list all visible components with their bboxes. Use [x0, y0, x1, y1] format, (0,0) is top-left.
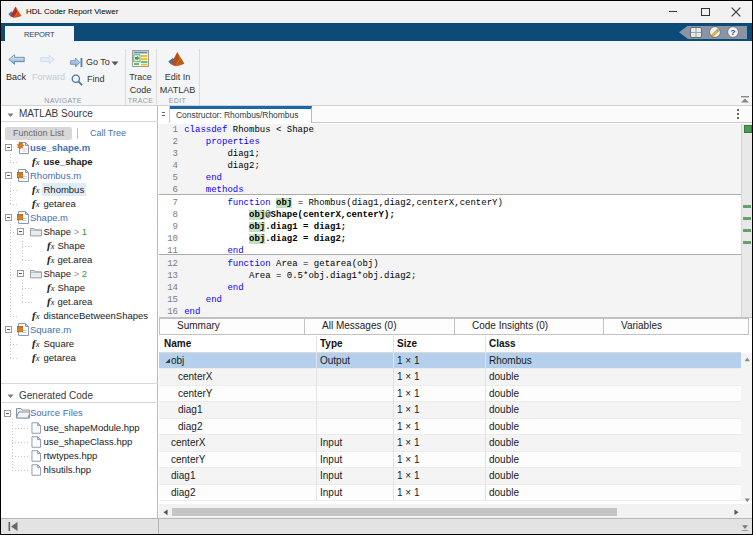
svg-text:?: ?	[731, 28, 736, 37]
